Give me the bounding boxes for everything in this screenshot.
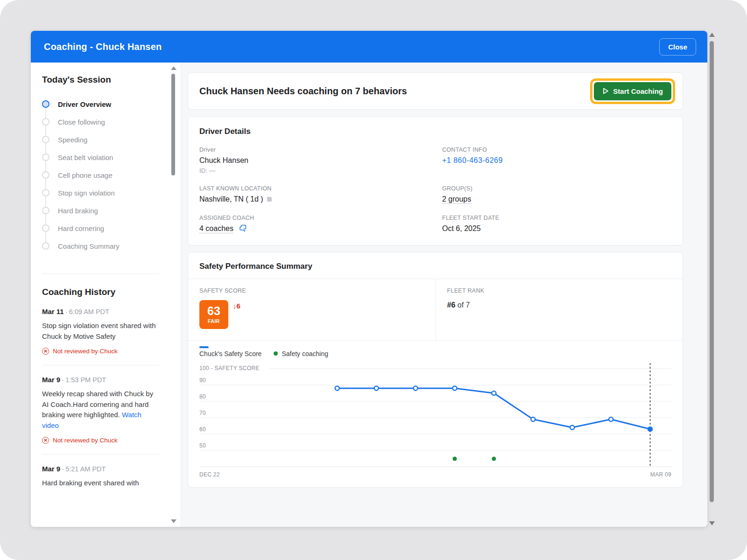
- start-coaching-button[interactable]: Start Coaching: [594, 82, 671, 100]
- step-circle-active: [42, 100, 49, 108]
- history-text: Weekly recap shared with Chuck by AI Coa…: [42, 389, 159, 431]
- coaching-modal: Coaching - Chuck Hansen Close Today's Se…: [31, 31, 707, 527]
- scroll-up-icon[interactable]: [709, 33, 715, 37]
- coaching-banner-card: Chuck Hansen Needs coaching on 7 behavio…: [188, 72, 683, 110]
- safety-score-chart: 100 - SAFETY SCORE9080706050DEC 22MAR 09: [199, 362, 671, 480]
- session-steps: Driver Overview Close following Speeding…: [42, 95, 159, 255]
- fleet-start-value: Oct 6, 2025: [442, 224, 671, 233]
- chart-legend: Chuck's Safety Score Safety coaching: [188, 340, 683, 359]
- y-tick-label: 70: [199, 410, 206, 416]
- step-coaching-summary[interactable]: Coaching Summary: [42, 237, 159, 255]
- modal-titlebar: Coaching - Chuck Hansen Close: [31, 31, 707, 63]
- score-delta-down: ↓6: [233, 302, 240, 329]
- driver-details-grid: Driver Chuck Hansen ID: — CONTACT INFO +…: [199, 147, 671, 233]
- driver-id: ID: —: [199, 167, 442, 174]
- safety-stats-row: SAFETY SCORE 63 FAIR ↓6 FLEET RANK: [188, 279, 683, 340]
- y-tick-label: 90: [199, 377, 206, 384]
- step-hard-braking[interactable]: Hard braking: [42, 202, 159, 219]
- history-divider: [42, 365, 159, 365]
- fleet-rank-cell: FLEET RANK #6 of 7: [436, 279, 683, 340]
- step-speeding[interactable]: Speeding: [42, 131, 159, 148]
- safety-performance-card: Safety Performance Summary SAFETY SCORE …: [188, 252, 683, 488]
- step-hard-cornering[interactable]: Hard cornering: [42, 219, 159, 237]
- step-close-following[interactable]: Close following: [42, 113, 159, 131]
- step-circle: [42, 136, 49, 143]
- contact-field: CONTACT INFO +1 860-463-6269: [442, 147, 671, 174]
- close-button[interactable]: Close: [659, 38, 696, 56]
- step-circle: [42, 118, 49, 126]
- main-panel: Chuck Hansen Needs coaching on 7 behavio…: [181, 63, 707, 527]
- scroll-down-icon[interactable]: [171, 519, 176, 523]
- session-sidebar: Today's Session Driver Overview Close fo…: [31, 63, 181, 527]
- x-axis-start-label: DEC 22: [199, 471, 220, 478]
- legend-safety-coaching: Safety coaching: [274, 350, 328, 357]
- y-tick-label: 50: [199, 442, 206, 449]
- scroll-up-icon[interactable]: [171, 66, 176, 70]
- history-datetime: Mar 9·5:21 AM PDT: [42, 465, 159, 473]
- step-seat-belt-violation[interactable]: Seat belt violation: [42, 148, 159, 166]
- coaches-chat-icon[interactable]: [239, 224, 247, 232]
- x-axis-end-label: MAR 09: [650, 471, 671, 478]
- safety-score-badge: 63 FAIR: [199, 300, 228, 329]
- step-circle: [42, 224, 49, 232]
- fleet-start-field: FLEET START DATE Oct 6, 2025: [442, 215, 671, 233]
- driver-details-card: Driver Details Driver Chuck Hansen ID: —…: [188, 116, 683, 245]
- play-icon: [602, 88, 609, 94]
- modal-title: Coaching - Chuck Hansen: [44, 42, 162, 52]
- page-scrollbar[interactable]: [709, 33, 715, 525]
- driver-name: Chuck Hansen: [199, 156, 442, 165]
- legend-safety-score: Chuck's Safety Score: [199, 346, 261, 357]
- history-text: Stop sign violation event shared with Ch…: [42, 321, 159, 342]
- y-tick-label: 80: [199, 393, 206, 400]
- history-entry: Mar 11·6:09 AM PDT Stop sign violation e…: [42, 308, 159, 355]
- history-divider: [42, 454, 159, 455]
- start-coaching-highlight-ring: Start Coaching: [590, 78, 675, 104]
- driver-details-title: Driver Details: [199, 127, 671, 136]
- history-text: Hard braking event shared with: [42, 478, 159, 489]
- history-status: ✕ Not reviewed by Chuck: [42, 437, 159, 444]
- page-scrollbar-thumb[interactable]: [710, 41, 714, 502]
- sidebar-scrollbar[interactable]: [170, 63, 176, 527]
- step-circle: [42, 171, 49, 179]
- coaches-value[interactable]: 4 coaches: [199, 224, 233, 233]
- step-driver-overview[interactable]: Driver Overview: [42, 95, 159, 113]
- groups-value[interactable]: 2 groups: [442, 195, 471, 204]
- scroll-down-icon[interactable]: [709, 521, 715, 525]
- location-marker-icon: [267, 197, 272, 202]
- line-series-icon: [199, 346, 209, 348]
- groups-field: GROUP(S) 2 groups: [442, 185, 671, 203]
- banner-title: Chuck Hansen Needs coaching on 7 behavio…: [199, 86, 407, 97]
- fleet-rank-value: #6 of 7: [447, 301, 672, 309]
- safety-score-cell: SAFETY SCORE 63 FAIR ↓6: [188, 279, 436, 340]
- history-datetime: Mar 9·1:53 PM PDT: [42, 376, 159, 384]
- driver-field: Driver Chuck Hansen ID: —: [199, 147, 442, 174]
- sidebar-scrollbar-thumb[interactable]: [171, 74, 175, 175]
- step-stop-sign-violation[interactable]: Stop sign violation: [42, 184, 159, 202]
- page-background: Coaching - Chuck Hansen Close Today's Se…: [0, 0, 747, 560]
- phone-link[interactable]: +1 860-463-6269: [442, 156, 503, 164]
- location-field: LAST KNOWN LOCATION Nashville, TN ( 1d ): [199, 185, 442, 203]
- sidebar-divider: [42, 273, 159, 274]
- step-circle: [42, 154, 49, 161]
- history-entry: Mar 9·1:53 PM PDT Weekly recap shared wi…: [42, 376, 159, 444]
- safety-summary-title: Safety Performance Summary: [199, 262, 671, 271]
- history-entry: Mar 9·5:21 AM PDT Hard braking event sha…: [42, 465, 159, 489]
- y-tick-label: 60: [199, 426, 206, 433]
- step-cell-phone-usage[interactable]: Cell phone usage: [42, 166, 159, 184]
- y-tick-label: 100 - SAFETY SCORE: [199, 365, 260, 371]
- session-title: Today's Session: [42, 75, 159, 85]
- location-value: Nashville, TN ( 1d ): [199, 195, 442, 203]
- history-status: ✕ Not reviewed by Chuck: [42, 348, 159, 355]
- not-reviewed-icon: ✕: [42, 348, 49, 355]
- step-circle: [42, 189, 49, 196]
- not-reviewed-icon: ✕: [42, 437, 49, 444]
- coaching-history-title: Coaching History: [42, 287, 159, 297]
- step-circle: [42, 207, 49, 214]
- step-circle: [42, 242, 49, 250]
- chart-canvas: [199, 362, 671, 469]
- assigned-coach-field: ASSIGNED COACH 4 coaches: [199, 215, 442, 233]
- history-datetime: Mar 11·6:09 AM PDT: [42, 308, 159, 315]
- coaching-dot-icon: [274, 351, 278, 356]
